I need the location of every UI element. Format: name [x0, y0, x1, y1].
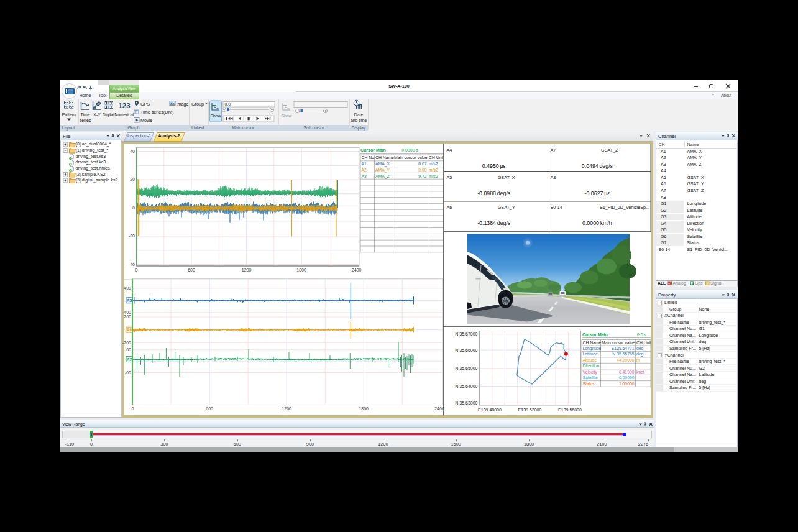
svg-text:A8: A8 — [551, 174, 556, 180]
svg-text:Movie: Movie — [140, 117, 152, 123]
svg-text:44.20000: 44.20000 — [617, 357, 635, 362]
svg-text:1800: 1800 — [359, 406, 369, 410]
svg-text:AMA_X: AMA_X — [375, 162, 390, 167]
svg-text:N 35.65765: N 35.65765 — [612, 352, 634, 356]
svg-text:m: m — [636, 357, 640, 362]
svg-text:Time series(Div.): Time series(Div.) — [140, 109, 174, 115]
svg-text:0.41900: 0.41900 — [619, 369, 635, 374]
svg-text:Show: Show — [210, 114, 221, 118]
svg-text:deg: deg — [636, 346, 644, 351]
svg-text:GSAT_Y: GSAT_Y — [498, 204, 515, 210]
svg-text:Group: Group — [191, 101, 204, 107]
svg-text:Main cursor value: Main cursor value — [394, 155, 428, 160]
svg-text:200: 200 — [124, 314, 131, 319]
svg-text:and time: and time — [351, 118, 367, 122]
svg-text:A5: A5 — [447, 174, 452, 180]
svg-text:A5: A5 — [127, 298, 132, 302]
svg-text:60: 60 — [126, 347, 131, 352]
svg-text:Image: Image — [177, 101, 189, 107]
svg-text:-200: -200 — [122, 340, 131, 344]
svg-text:A2: A2 — [362, 167, 367, 172]
svg-text:CH Name: CH Name — [375, 155, 394, 160]
svg-text:0: 0 — [132, 406, 134, 410]
svg-text:600: 600 — [206, 406, 213, 410]
svg-text:A7: A7 — [127, 357, 132, 361]
svg-text:Velocity: Velocity — [583, 369, 598, 374]
svg-text:AMA_Y: AMA_Y — [375, 167, 390, 172]
svg-text:Longitude: Longitude — [583, 346, 602, 351]
svg-text:0.0: 0.0 — [225, 102, 231, 106]
svg-text:N 35.66000: N 35.66000 — [455, 347, 477, 352]
svg-text:2400: 2400 — [434, 406, 444, 410]
svg-text:40: 40 — [130, 149, 135, 153]
svg-text:A7: A7 — [551, 147, 556, 152]
svg-text:GSAT_X: GSAT_X — [498, 174, 515, 180]
svg-text:-0.1384 deg/s: -0.1384 deg/s — [477, 220, 511, 226]
svg-text:CH Name: CH Name — [583, 340, 602, 344]
svg-text:1200: 1200 — [282, 406, 291, 410]
svg-text:2400: 2400 — [352, 268, 362, 272]
svg-text:m/s2: m/s2 — [429, 173, 438, 178]
svg-text:0.00: 0.00 — [418, 167, 426, 172]
svg-text:1.00000: 1.00000 — [619, 381, 635, 385]
svg-text:Direction: Direction — [583, 364, 600, 368]
svg-text:-60: -60 — [125, 370, 131, 374]
svg-text:Latitude: Latitude — [583, 352, 598, 356]
svg-text:N 35.63000: N 35.63000 — [455, 400, 477, 405]
svg-text:Show: Show — [281, 114, 291, 118]
svg-text:CH No.: CH No. — [362, 155, 375, 160]
svg-text:0.0000 s: 0.0000 s — [401, 147, 418, 152]
svg-text:CH Unit: CH Unit — [429, 155, 444, 160]
svg-text:Cursor Main: Cursor Main — [582, 332, 608, 337]
svg-text:0.0494 deg/s: 0.0494 deg/s — [582, 162, 613, 168]
svg-text:GPS: GPS — [140, 101, 150, 107]
svg-text:N 35.65000: N 35.65000 — [455, 366, 477, 370]
svg-text:deg: deg — [636, 352, 644, 357]
svg-text:6.00000: 6.00000 — [619, 375, 635, 380]
svg-text:123: 123 — [118, 102, 130, 109]
svg-text:0.0000 km/h: 0.0000 km/h — [582, 220, 612, 226]
svg-text:0.0 s: 0.0 s — [637, 332, 647, 337]
svg-text:AMA_Z: AMA_Z — [375, 173, 390, 178]
svg-text:A6: A6 — [447, 204, 452, 210]
svg-text:0.07: 0.07 — [418, 162, 426, 166]
svg-text:0.4950 µε: 0.4950 µε — [482, 162, 506, 168]
svg-text:Main cursor value: Main cursor value — [602, 340, 635, 344]
svg-text:0: 0 — [135, 268, 138, 272]
svg-text:1200: 1200 — [242, 268, 252, 272]
svg-text:-20: -20 — [129, 234, 135, 238]
svg-text:Satellite: Satellite — [583, 375, 598, 380]
svg-text:9.72: 9.72 — [418, 173, 426, 178]
svg-text:0: 0 — [132, 205, 135, 209]
svg-text:CH Unit: CH Unit — [636, 340, 651, 344]
svg-text:N 35.64000: N 35.64000 — [455, 383, 477, 388]
svg-text:S0-14: S0-14 — [551, 204, 562, 210]
svg-text:-0.0988 deg/s: -0.0988 deg/s — [477, 190, 511, 196]
svg-text:GSAT_Z: GSAT_Z — [601, 147, 618, 152]
svg-text:A4: A4 — [447, 147, 452, 152]
svg-text:m/s2: m/s2 — [429, 167, 438, 172]
svg-text:E139.48000: E139.48000 — [478, 407, 502, 411]
svg-text:E139.56000: E139.56000 — [558, 407, 582, 411]
svg-text:20: 20 — [130, 177, 135, 181]
svg-text:Cursor Main: Cursor Main — [360, 147, 386, 152]
svg-text:-40: -40 — [129, 262, 135, 266]
svg-text:A3: A3 — [362, 173, 367, 178]
svg-text:S1_PID_0D_VehicleSp...: S1_PID_0D_VehicleSp... — [600, 204, 649, 210]
svg-text:400: 400 — [124, 286, 131, 290]
svg-text:600: 600 — [188, 268, 195, 272]
svg-text:1800: 1800 — [296, 268, 306, 272]
svg-text:Status: Status — [583, 381, 595, 385]
svg-text:m/s2: m/s2 — [429, 162, 438, 166]
svg-text:A6: A6 — [127, 328, 132, 332]
svg-text:knot: knot — [636, 369, 644, 374]
svg-text:E139.54771: E139.54771 — [612, 346, 635, 351]
svg-text:A1: A1 — [362, 162, 367, 166]
svg-text:Date: Date — [354, 112, 364, 117]
svg-text:E139.52000: E139.52000 — [518, 407, 542, 411]
svg-text:-400: -400 — [122, 310, 131, 314]
svg-text:-0.0627 µε: -0.0627 µε — [585, 190, 610, 196]
svg-text:Altitude: Altitude — [583, 357, 597, 362]
svg-text:N 35.67000: N 35.67000 — [455, 332, 477, 336]
